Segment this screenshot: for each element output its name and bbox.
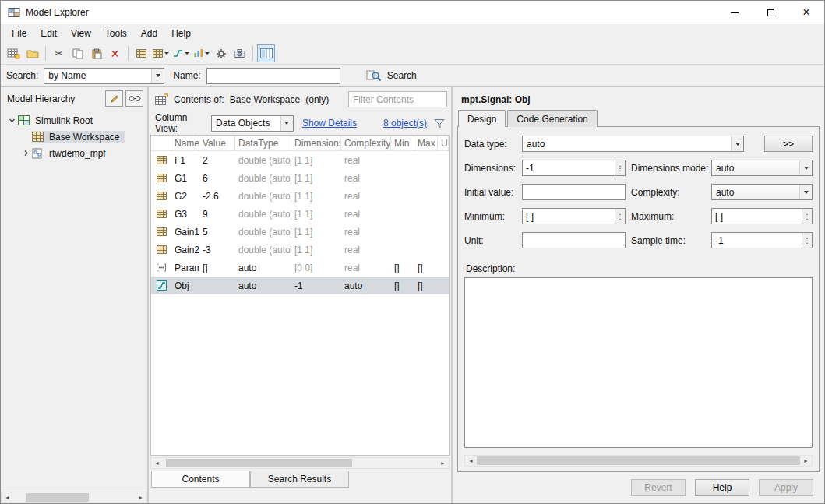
expand-chevron-icon[interactable]: [19, 150, 32, 157]
open-model-button[interactable]: [23, 44, 41, 62]
scroll-left-icon[interactable]: ◄: [151, 458, 163, 468]
column-header-name[interactable]: Name: [171, 136, 199, 150]
sample-time-input[interactable]: [711, 232, 802, 248]
new-model-button[interactable]: [5, 44, 23, 62]
minimum-input[interactable]: [522, 208, 615, 224]
column-header-value[interactable]: Value: [199, 136, 235, 150]
column-view-value: Data Objects: [216, 118, 270, 129]
preview-button[interactable]: [125, 90, 143, 107]
close-button[interactable]: ×: [788, 1, 824, 24]
filter-contents-input[interactable]: [348, 91, 447, 107]
copy-button[interactable]: [69, 44, 86, 62]
add-data-menu-button[interactable]: [192, 44, 211, 62]
minimum-action-icon[interactable]: ⋮: [615, 208, 626, 224]
menu-add[interactable]: Add: [134, 26, 164, 41]
data-type-combobox[interactable]: auto: [522, 136, 744, 152]
hierarchy-h-scrollbar[interactable]: ◄ ►: [1, 492, 147, 503]
tree-item-simulink-root[interactable]: Simulink Root: [1, 112, 147, 129]
menu-edit[interactable]: Edit: [33, 26, 64, 41]
object-count-link[interactable]: 8 object(s): [383, 118, 427, 129]
glasses-icon: [129, 95, 141, 102]
dimensions-input[interactable]: [522, 160, 615, 176]
help-button[interactable]: Help: [695, 479, 749, 496]
column-header-icon: [151, 136, 171, 150]
scroll-right-icon[interactable]: ►: [135, 492, 146, 502]
column-header-dimensions[interactable]: Dimensions: [291, 136, 341, 150]
table-row-param[interactable]: Param [] auto [0 0] real [] []: [151, 259, 449, 277]
show-details-link[interactable]: Show Details: [302, 118, 357, 129]
search-name-input[interactable]: [206, 68, 340, 84]
table-row-g3[interactable]: G3 9 double (auto) [1 1] real: [151, 205, 449, 223]
contents-of-label: Contents of:: [174, 94, 224, 105]
capture-button[interactable]: [231, 44, 249, 62]
filter-icon[interactable]: [434, 118, 445, 129]
initial-value-input[interactable]: [522, 184, 626, 200]
collapse-chevron-icon[interactable]: [5, 117, 18, 124]
column-header-complexity[interactable]: Complexity: [341, 136, 391, 150]
parameter-icon: [157, 209, 167, 219]
column-view-select[interactable]: Data Objects: [211, 115, 294, 132]
dialog-h-scrollbar[interactable]: ◄ ►: [464, 455, 813, 467]
apply-button[interactable]: Apply: [759, 479, 813, 496]
revert-button[interactable]: Revert: [631, 479, 686, 496]
add-signal-menu-button[interactable]: [171, 44, 191, 62]
scrollbar-thumb[interactable]: [166, 459, 352, 467]
table-row-gain1[interactable]: Gain1 5 double (auto) [1 1] real: [151, 223, 449, 241]
maximum-action-icon[interactable]: ⋮: [802, 208, 813, 224]
add-parameter-menu-button[interactable]: [151, 44, 171, 62]
tab-search-results[interactable]: Search Results: [250, 471, 349, 488]
hierarchy-header: Model Hierarchy: [1, 87, 147, 110]
column-view-label: Column View:: [155, 112, 205, 134]
sample-time-action-icon[interactable]: ⋮: [802, 232, 813, 248]
scrollbar-thumb[interactable]: [477, 456, 800, 465]
column-header-max[interactable]: Max: [414, 136, 438, 150]
scrollbar-thumb[interactable]: [26, 493, 89, 502]
window-title: Model Explorer: [26, 7, 89, 18]
column-view-toggle-button[interactable]: [257, 44, 275, 62]
tab-contents[interactable]: Contents: [151, 471, 250, 488]
tab-design[interactable]: Design: [458, 110, 506, 127]
paste-button[interactable]: [87, 44, 105, 62]
preferences-button[interactable]: [212, 44, 230, 62]
tab-code-generation[interactable]: Code Generation: [507, 110, 597, 127]
menu-help[interactable]: Help: [164, 26, 198, 41]
add-parameter-button[interactable]: [132, 44, 150, 62]
edit-hierarchy-button[interactable]: [105, 90, 123, 107]
column-header-datatype[interactable]: DataType: [235, 136, 291, 150]
scroll-right-icon[interactable]: ►: [800, 456, 812, 466]
dimensions-mode-select[interactable]: auto: [711, 160, 813, 176]
contents-bottom-tabs: Contents Search Results: [149, 471, 451, 488]
complexity-select[interactable]: auto: [711, 184, 813, 200]
scroll-left-icon[interactable]: ◄: [2, 492, 13, 502]
model-explorer-window: Model Explorer × File Edit View Tools Ad…: [0, 0, 825, 504]
description-textarea[interactable]: [464, 277, 813, 448]
table-row-f1[interactable]: F1 2 double (auto) [1 1] real: [151, 151, 449, 169]
menu-file[interactable]: File: [5, 26, 33, 41]
dimensions-action-icon[interactable]: ⋮: [615, 160, 626, 176]
search-button[interactable]: Search: [366, 69, 417, 82]
column-header-min[interactable]: Min: [391, 136, 414, 150]
table-row-obj[interactable]: Obj auto -1 auto [] []: [151, 277, 449, 294]
scroll-right-icon[interactable]: ►: [437, 458, 449, 468]
dialog-buttons: Revert Help Apply: [453, 472, 824, 503]
menu-tools[interactable]: Tools: [98, 26, 134, 41]
mpt-parameter-icon: [156, 263, 167, 273]
search-mode-select[interactable]: by Name: [44, 68, 164, 84]
menu-view[interactable]: View: [64, 26, 98, 41]
delete-button[interactable]: ✕: [106, 44, 124, 62]
scroll-left-icon[interactable]: ◄: [465, 456, 477, 466]
toolbar-separator: [252, 46, 253, 61]
table-row-gain2[interactable]: Gain2 -3 double (auto) [1 1] real: [151, 241, 449, 259]
maximize-button[interactable]: [753, 1, 788, 24]
contents-h-scrollbar[interactable]: ◄ ►: [150, 457, 450, 469]
table-row-g2[interactable]: G2 -2.6 double (auto) [1 1] real: [151, 187, 449, 205]
maximum-input[interactable]: [711, 208, 802, 224]
tree-item-rtwdemo-mpf[interactable]: rtwdemo_mpf: [1, 145, 147, 161]
table-row-g1[interactable]: G1 6 double (auto) [1 1] real: [151, 169, 449, 187]
column-header-unit[interactable]: Unit: [438, 136, 449, 150]
unit-input[interactable]: [522, 232, 626, 248]
show-data-type-assistant-button[interactable]: >>: [764, 136, 813, 152]
cut-button[interactable]: ✂: [50, 44, 68, 62]
minimize-button[interactable]: [717, 1, 753, 24]
tree-item-base-workspace[interactable]: Base Workspace: [1, 129, 147, 145]
